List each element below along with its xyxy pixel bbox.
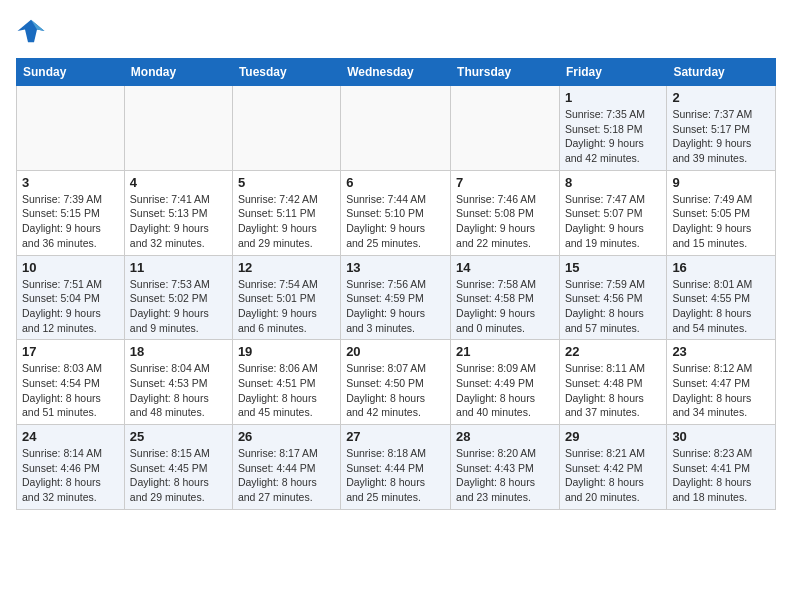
day-info: Sunrise: 8:18 AM Sunset: 4:44 PM Dayligh… <box>346 446 445 505</box>
day-number: 27 <box>346 429 445 444</box>
day-info: Sunrise: 7:44 AM Sunset: 5:10 PM Dayligh… <box>346 192 445 251</box>
day-info: Sunrise: 8:17 AM Sunset: 4:44 PM Dayligh… <box>238 446 335 505</box>
week-row-5: 24Sunrise: 8:14 AM Sunset: 4:46 PM Dayli… <box>17 425 776 510</box>
day-number: 19 <box>238 344 335 359</box>
day-info: Sunrise: 8:11 AM Sunset: 4:48 PM Dayligh… <box>565 361 661 420</box>
weekday-header-thursday: Thursday <box>451 59 560 86</box>
day-number: 20 <box>346 344 445 359</box>
day-info: Sunrise: 7:39 AM Sunset: 5:15 PM Dayligh… <box>22 192 119 251</box>
day-info: Sunrise: 8:04 AM Sunset: 4:53 PM Dayligh… <box>130 361 227 420</box>
day-number: 25 <box>130 429 227 444</box>
day-number: 14 <box>456 260 554 275</box>
day-info: Sunrise: 7:59 AM Sunset: 4:56 PM Dayligh… <box>565 277 661 336</box>
day-info: Sunrise: 7:53 AM Sunset: 5:02 PM Dayligh… <box>130 277 227 336</box>
week-row-3: 10Sunrise: 7:51 AM Sunset: 5:04 PM Dayli… <box>17 255 776 340</box>
calendar-cell: 6Sunrise: 7:44 AM Sunset: 5:10 PM Daylig… <box>341 170 451 255</box>
calendar-cell: 23Sunrise: 8:12 AM Sunset: 4:47 PM Dayli… <box>667 340 776 425</box>
weekday-header-tuesday: Tuesday <box>232 59 340 86</box>
calendar-cell <box>341 86 451 171</box>
week-row-1: 1Sunrise: 7:35 AM Sunset: 5:18 PM Daylig… <box>17 86 776 171</box>
calendar-cell: 4Sunrise: 7:41 AM Sunset: 5:13 PM Daylig… <box>124 170 232 255</box>
calendar-cell: 16Sunrise: 8:01 AM Sunset: 4:55 PM Dayli… <box>667 255 776 340</box>
day-number: 13 <box>346 260 445 275</box>
day-number: 3 <box>22 175 119 190</box>
weekday-header-row: SundayMondayTuesdayWednesdayThursdayFrid… <box>17 59 776 86</box>
day-number: 10 <box>22 260 119 275</box>
calendar-cell: 11Sunrise: 7:53 AM Sunset: 5:02 PM Dayli… <box>124 255 232 340</box>
calendar-cell: 29Sunrise: 8:21 AM Sunset: 4:42 PM Dayli… <box>559 425 666 510</box>
day-number: 6 <box>346 175 445 190</box>
day-info: Sunrise: 8:12 AM Sunset: 4:47 PM Dayligh… <box>672 361 770 420</box>
day-info: Sunrise: 8:06 AM Sunset: 4:51 PM Dayligh… <box>238 361 335 420</box>
calendar-cell <box>124 86 232 171</box>
logo <box>16 16 50 46</box>
day-number: 16 <box>672 260 770 275</box>
calendar-cell: 13Sunrise: 7:56 AM Sunset: 4:59 PM Dayli… <box>341 255 451 340</box>
calendar-cell: 17Sunrise: 8:03 AM Sunset: 4:54 PM Dayli… <box>17 340 125 425</box>
day-info: Sunrise: 8:14 AM Sunset: 4:46 PM Dayligh… <box>22 446 119 505</box>
calendar-cell <box>17 86 125 171</box>
day-info: Sunrise: 8:21 AM Sunset: 4:42 PM Dayligh… <box>565 446 661 505</box>
weekday-header-monday: Monday <box>124 59 232 86</box>
day-number: 9 <box>672 175 770 190</box>
day-number: 21 <box>456 344 554 359</box>
day-number: 24 <box>22 429 119 444</box>
day-number: 18 <box>130 344 227 359</box>
day-number: 2 <box>672 90 770 105</box>
day-number: 17 <box>22 344 119 359</box>
logo-bird-icon <box>16 16 46 46</box>
day-info: Sunrise: 7:47 AM Sunset: 5:07 PM Dayligh… <box>565 192 661 251</box>
calendar-cell <box>232 86 340 171</box>
weekday-header-sunday: Sunday <box>17 59 125 86</box>
calendar-cell: 21Sunrise: 8:09 AM Sunset: 4:49 PM Dayli… <box>451 340 560 425</box>
calendar-cell: 1Sunrise: 7:35 AM Sunset: 5:18 PM Daylig… <box>559 86 666 171</box>
day-info: Sunrise: 8:03 AM Sunset: 4:54 PM Dayligh… <box>22 361 119 420</box>
day-info: Sunrise: 8:09 AM Sunset: 4:49 PM Dayligh… <box>456 361 554 420</box>
calendar-cell: 27Sunrise: 8:18 AM Sunset: 4:44 PM Dayli… <box>341 425 451 510</box>
day-info: Sunrise: 8:23 AM Sunset: 4:41 PM Dayligh… <box>672 446 770 505</box>
calendar-cell: 2Sunrise: 7:37 AM Sunset: 5:17 PM Daylig… <box>667 86 776 171</box>
calendar-cell: 24Sunrise: 8:14 AM Sunset: 4:46 PM Dayli… <box>17 425 125 510</box>
calendar-cell: 12Sunrise: 7:54 AM Sunset: 5:01 PM Dayli… <box>232 255 340 340</box>
weekday-header-friday: Friday <box>559 59 666 86</box>
day-number: 26 <box>238 429 335 444</box>
day-number: 11 <box>130 260 227 275</box>
day-number: 30 <box>672 429 770 444</box>
week-row-2: 3Sunrise: 7:39 AM Sunset: 5:15 PM Daylig… <box>17 170 776 255</box>
day-info: Sunrise: 7:56 AM Sunset: 4:59 PM Dayligh… <box>346 277 445 336</box>
day-info: Sunrise: 8:01 AM Sunset: 4:55 PM Dayligh… <box>672 277 770 336</box>
day-number: 7 <box>456 175 554 190</box>
calendar-cell: 8Sunrise: 7:47 AM Sunset: 5:07 PM Daylig… <box>559 170 666 255</box>
calendar-cell: 3Sunrise: 7:39 AM Sunset: 5:15 PM Daylig… <box>17 170 125 255</box>
calendar-cell: 25Sunrise: 8:15 AM Sunset: 4:45 PM Dayli… <box>124 425 232 510</box>
calendar-cell: 10Sunrise: 7:51 AM Sunset: 5:04 PM Dayli… <box>17 255 125 340</box>
day-number: 22 <box>565 344 661 359</box>
calendar-cell: 30Sunrise: 8:23 AM Sunset: 4:41 PM Dayli… <box>667 425 776 510</box>
day-number: 1 <box>565 90 661 105</box>
calendar-cell: 20Sunrise: 8:07 AM Sunset: 4:50 PM Dayli… <box>341 340 451 425</box>
day-info: Sunrise: 8:15 AM Sunset: 4:45 PM Dayligh… <box>130 446 227 505</box>
calendar-cell: 19Sunrise: 8:06 AM Sunset: 4:51 PM Dayli… <box>232 340 340 425</box>
day-info: Sunrise: 7:41 AM Sunset: 5:13 PM Dayligh… <box>130 192 227 251</box>
day-info: Sunrise: 7:42 AM Sunset: 5:11 PM Dayligh… <box>238 192 335 251</box>
calendar-cell: 18Sunrise: 8:04 AM Sunset: 4:53 PM Dayli… <box>124 340 232 425</box>
calendar-cell: 15Sunrise: 7:59 AM Sunset: 4:56 PM Dayli… <box>559 255 666 340</box>
calendar-table: SundayMondayTuesdayWednesdayThursdayFrid… <box>16 58 776 510</box>
day-number: 4 <box>130 175 227 190</box>
calendar-cell: 5Sunrise: 7:42 AM Sunset: 5:11 PM Daylig… <box>232 170 340 255</box>
calendar-cell <box>451 86 560 171</box>
day-info: Sunrise: 7:51 AM Sunset: 5:04 PM Dayligh… <box>22 277 119 336</box>
day-number: 8 <box>565 175 661 190</box>
calendar-cell: 28Sunrise: 8:20 AM Sunset: 4:43 PM Dayli… <box>451 425 560 510</box>
calendar-cell: 14Sunrise: 7:58 AM Sunset: 4:58 PM Dayli… <box>451 255 560 340</box>
day-number: 29 <box>565 429 661 444</box>
week-row-4: 17Sunrise: 8:03 AM Sunset: 4:54 PM Dayli… <box>17 340 776 425</box>
header <box>16 16 776 46</box>
day-number: 15 <box>565 260 661 275</box>
calendar-cell: 26Sunrise: 8:17 AM Sunset: 4:44 PM Dayli… <box>232 425 340 510</box>
day-info: Sunrise: 7:54 AM Sunset: 5:01 PM Dayligh… <box>238 277 335 336</box>
weekday-header-wednesday: Wednesday <box>341 59 451 86</box>
day-info: Sunrise: 7:35 AM Sunset: 5:18 PM Dayligh… <box>565 107 661 166</box>
weekday-header-saturday: Saturday <box>667 59 776 86</box>
day-number: 28 <box>456 429 554 444</box>
